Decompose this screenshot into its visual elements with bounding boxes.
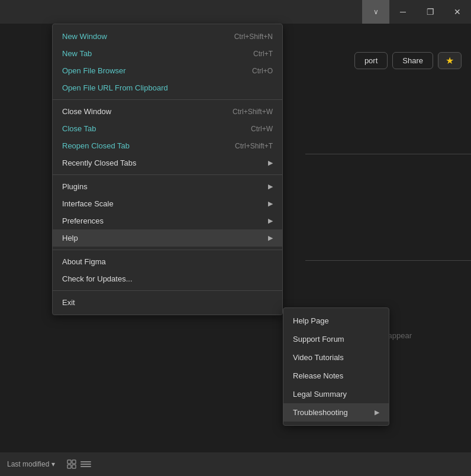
menu-item-help-label: Help	[62, 234, 78, 242]
submenu-item-troubleshooting-label: Troubleshooting	[293, 408, 348, 417]
menu-item-exit-label: Exit	[62, 298, 75, 307]
submenu-arrow-preferences: ▶	[268, 217, 273, 225]
toolbar-area: port Share ★	[345, 47, 471, 74]
bottom-bar: Last modified ▾	[0, 452, 471, 476]
help-submenu: Help Page Support Forum Video Tutorials …	[283, 307, 389, 426]
grid-view-icon[interactable]	[67, 459, 76, 469]
menu-divider-4	[53, 290, 282, 291]
menu-divider-1	[53, 99, 282, 100]
submenu-item-release-notes[interactable]: Release Notes	[283, 367, 389, 385]
menu-item-new-tab-shortcut: Ctrl+T	[253, 50, 273, 58]
menu-item-preferences-label: Preferences	[62, 216, 104, 225]
close-button[interactable]: ✕	[444, 0, 471, 24]
last-modified-dropdown-icon: ▾	[51, 460, 55, 468]
menu-item-plugins[interactable]: Plugins ▶	[53, 178, 282, 195]
svg-rect-5	[80, 464, 91, 465]
submenu-arrow-recently-closed: ▶	[268, 159, 273, 167]
menu-item-help[interactable]: Help ▶	[53, 229, 282, 247]
menu-item-new-window-shortcut: Ctrl+Shift+N	[234, 33, 273, 41]
close-icon: ✕	[454, 7, 461, 17]
menu-item-interface-scale[interactable]: Interface Scale ▶	[53, 195, 282, 212]
submenu-item-video-tutorials-label: Video Tutorials	[293, 353, 344, 362]
submenu-arrow-troubleshooting: ▶	[375, 409, 379, 416]
divider-line-1	[305, 154, 471, 154]
submenu-item-release-notes-label: Release Notes	[293, 371, 343, 380]
submenu-item-support-forum-label: Support Forum	[293, 335, 344, 344]
menu-item-about-figma[interactable]: About Figma	[53, 253, 282, 270]
svg-rect-4	[80, 461, 91, 462]
minimize-button[interactable]: ─	[389, 0, 417, 24]
main-menu: New Window Ctrl+Shift+N New Tab Ctrl+T O…	[52, 24, 283, 315]
share-button[interactable]: Share	[392, 52, 433, 69]
menu-item-reopen-closed-tab-shortcut: Ctrl+Shift+T	[235, 142, 273, 150]
menu-item-close-tab-label: Close Tab	[62, 124, 96, 133]
menu-item-new-tab[interactable]: New Tab Ctrl+T	[53, 45, 282, 62]
chevron-down-icon: ∨	[373, 8, 379, 16]
menu-item-check-updates-label: Check for Updates...	[62, 274, 133, 283]
restore-icon: ❐	[427, 7, 434, 17]
menu-item-preferences[interactable]: Preferences ▶	[53, 212, 282, 229]
list-view-icon[interactable]	[80, 459, 92, 469]
submenu-item-troubleshooting[interactable]: Troubleshooting ▶	[283, 403, 389, 422]
menu-divider-3	[53, 250, 282, 250]
submenu-item-support-forum[interactable]: Support Forum	[283, 330, 389, 348]
restore-button[interactable]: ❐	[417, 0, 444, 24]
menu-item-close-tab[interactable]: Close Tab Ctrl+W	[53, 120, 282, 137]
menu-item-open-file-browser[interactable]: Open File Browser Ctrl+O	[53, 62, 282, 79]
titlebar: ∨ ─ ❐ ✕	[0, 0, 471, 24]
menu-item-close-window[interactable]: Close Window Ctrl+Shift+W	[53, 103, 282, 120]
svg-rect-0	[67, 460, 71, 464]
minimize-icon: ─	[400, 7, 406, 17]
last-modified-section[interactable]: Last modified ▾	[7, 460, 55, 468]
divider-line-2	[305, 260, 471, 261]
menu-item-reopen-closed-tab[interactable]: Reopen Closed Tab Ctrl+Shift+T	[53, 137, 282, 154]
menu-item-interface-scale-label: Interface Scale	[62, 199, 114, 208]
svg-rect-3	[72, 465, 76, 468]
menu-item-reopen-closed-tab-label: Reopen Closed Tab	[62, 141, 130, 150]
svg-rect-2	[67, 465, 71, 468]
menu-item-open-file-url[interactable]: Open File URL From Clipboard	[53, 79, 282, 96]
view-toggle-icons	[67, 459, 92, 469]
menu-item-close-window-label: Close Window	[62, 107, 111, 116]
menu-item-close-tab-shortcut: Ctrl+W	[251, 125, 273, 133]
submenu-item-help-page[interactable]: Help Page	[283, 312, 389, 330]
submenu-arrow-plugins: ▶	[268, 183, 273, 190]
menu-divider-2	[53, 174, 282, 175]
menu-item-exit[interactable]: Exit	[53, 294, 282, 311]
menu-item-open-file-url-label: Open File URL From Clipboard	[62, 83, 168, 92]
last-modified-label: Last modified	[7, 460, 49, 468]
submenu-item-legal-summary-label: Legal Summary	[293, 390, 347, 399]
import-button[interactable]: port	[354, 52, 388, 69]
svg-rect-6	[80, 466, 91, 467]
menu-item-recently-closed-tabs[interactable]: Recently Closed Tabs ▶	[53, 154, 282, 171]
submenu-item-legal-summary[interactable]: Legal Summary	[283, 385, 389, 403]
submenu-item-video-tutorials[interactable]: Video Tutorials	[283, 348, 389, 367]
svg-rect-1	[72, 460, 76, 464]
submenu-item-help-page-label: Help Page	[293, 316, 329, 325]
submenu-arrow-interface-scale: ▶	[268, 200, 273, 208]
menu-item-check-updates[interactable]: Check for Updates...	[53, 270, 282, 287]
menu-item-plugins-label: Plugins	[62, 182, 88, 191]
titlebar-dropdown-btn[interactable]: ∨	[362, 0, 389, 24]
menu-item-about-figma-label: About Figma	[62, 257, 106, 266]
menu-item-new-window[interactable]: New Window Ctrl+Shift+N	[53, 28, 282, 45]
submenu-arrow-help: ▶	[268, 234, 273, 242]
menu-item-open-file-browser-label: Open File Browser	[62, 66, 126, 75]
menu-item-open-file-browser-shortcut: Ctrl+O	[252, 67, 273, 75]
menu-item-recently-closed-tabs-label: Recently Closed Tabs	[62, 158, 137, 167]
star-button[interactable]: ★	[438, 52, 462, 69]
menu-item-close-window-shortcut: Ctrl+Shift+W	[233, 108, 273, 116]
menu-item-new-tab-label: New Tab	[62, 49, 92, 58]
menu-item-new-window-label: New Window	[62, 32, 107, 41]
